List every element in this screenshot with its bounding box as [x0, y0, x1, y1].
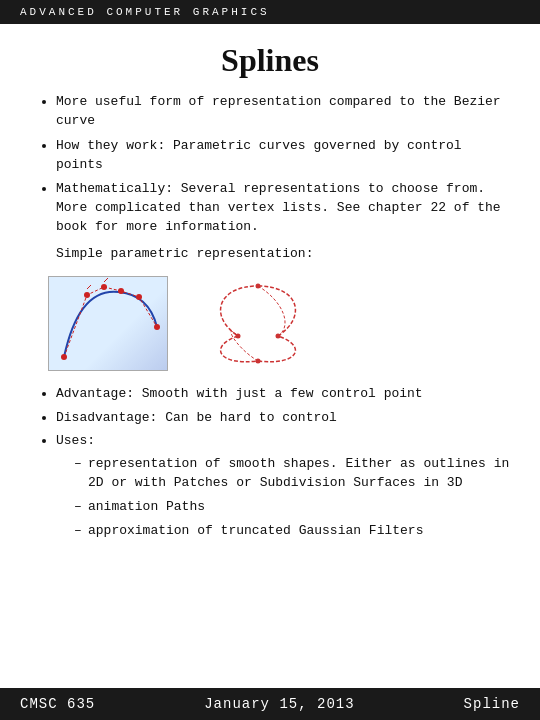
- advantage-list: Advantage: Smooth with just a few contro…: [28, 385, 512, 541]
- svg-line-7: [104, 278, 108, 282]
- page-title: Splines: [0, 42, 540, 79]
- simple-param-label: Simple parametric representation:: [56, 245, 512, 264]
- header-bar: ADVANCED COMPUTER GRAPHICS: [0, 0, 540, 24]
- bullet-2: How they work: Parametric curves governe…: [56, 137, 512, 175]
- footer-bar: CMSC 635 January 15, 2013 Spline: [0, 688, 540, 720]
- uses-sub-1: representation of smooth shapes. Either …: [74, 455, 512, 493]
- svg-line-6: [87, 285, 91, 289]
- uses-item: Uses: representation of smooth shapes. E…: [56, 432, 512, 540]
- footer-left: CMSC 635: [20, 696, 95, 712]
- spline-image-right: [198, 276, 318, 371]
- bullet-3: Mathematically: Several representations …: [56, 180, 512, 237]
- disadvantage-item: Disadvantage: Can be hard to control: [56, 409, 512, 428]
- bullet-1: More useful form of representation compa…: [56, 93, 512, 131]
- content-area: More useful form of representation compa…: [0, 93, 540, 541]
- footer-right: Spline: [464, 696, 520, 712]
- uses-sub-3: approximation of truncated Gaussian Filt…: [74, 522, 512, 541]
- advantage-item: Advantage: Smooth with just a few contro…: [56, 385, 512, 404]
- footer-center: January 15, 2013: [204, 696, 354, 712]
- spline-image-left: [48, 276, 168, 371]
- uses-sub-2: animation Paths: [74, 498, 512, 517]
- top-bullet-list: More useful form of representation compa…: [28, 93, 512, 237]
- header-text: ADVANCED COMPUTER GRAPHICS: [20, 6, 270, 18]
- images-row: [48, 276, 512, 371]
- uses-sub-list: representation of smooth shapes. Either …: [56, 455, 512, 540]
